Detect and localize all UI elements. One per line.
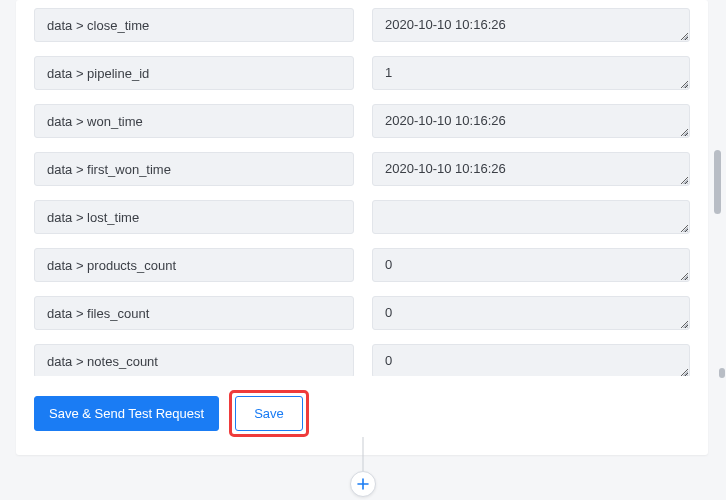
save-button-highlight: Save — [229, 390, 309, 437]
field-key[interactable]: data > close_time — [34, 8, 354, 42]
field-row: data > pipeline_id 1 — [34, 56, 690, 90]
field-key[interactable]: data > products_count — [34, 248, 354, 282]
add-step-button[interactable] — [350, 471, 376, 497]
save-send-test-button[interactable]: Save & Send Test Request — [34, 396, 219, 431]
field-value[interactable]: 2020-10-10 10:16:26 — [372, 104, 690, 138]
flow-connector-line — [363, 437, 364, 473]
field-key[interactable]: data > files_count — [34, 296, 354, 330]
field-row: data > products_count 0 — [34, 248, 690, 282]
field-key[interactable]: data > first_won_time — [34, 152, 354, 186]
field-key[interactable]: data > lost_time — [34, 200, 354, 234]
field-value[interactable]: 0 — [372, 344, 690, 376]
field-row: data > notes_count 0 — [34, 344, 690, 376]
field-row: data > lost_time — [34, 200, 690, 234]
field-key[interactable]: data > pipeline_id — [34, 56, 354, 90]
field-value[interactable] — [372, 200, 690, 234]
field-value[interactable]: 1 — [372, 56, 690, 90]
fields-scroll-area: data > close_time 2020-10-10 10:16:26 da… — [16, 0, 708, 376]
save-button[interactable]: Save — [235, 396, 303, 431]
plus-icon — [357, 478, 369, 490]
field-row: data > close_time 2020-10-10 10:16:26 — [34, 8, 690, 42]
field-value[interactable]: 0 — [372, 248, 690, 282]
field-value[interactable]: 0 — [372, 296, 690, 330]
field-row: data > first_won_time 2020-10-10 10:16:2… — [34, 152, 690, 186]
outer-scrollbar-thumb[interactable] — [719, 368, 725, 378]
field-key[interactable]: data > won_time — [34, 104, 354, 138]
actions-bar: Save & Send Test Request Save — [16, 376, 708, 437]
config-panel: data > close_time 2020-10-10 10:16:26 da… — [16, 0, 708, 455]
field-row: data > files_count 0 — [34, 296, 690, 330]
field-row: data > won_time 2020-10-10 10:16:26 — [34, 104, 690, 138]
field-value[interactable]: 2020-10-10 10:16:26 — [372, 152, 690, 186]
field-key[interactable]: data > notes_count — [34, 344, 354, 376]
inner-scrollbar-thumb[interactable] — [714, 150, 721, 214]
field-value[interactable]: 2020-10-10 10:16:26 — [372, 8, 690, 42]
